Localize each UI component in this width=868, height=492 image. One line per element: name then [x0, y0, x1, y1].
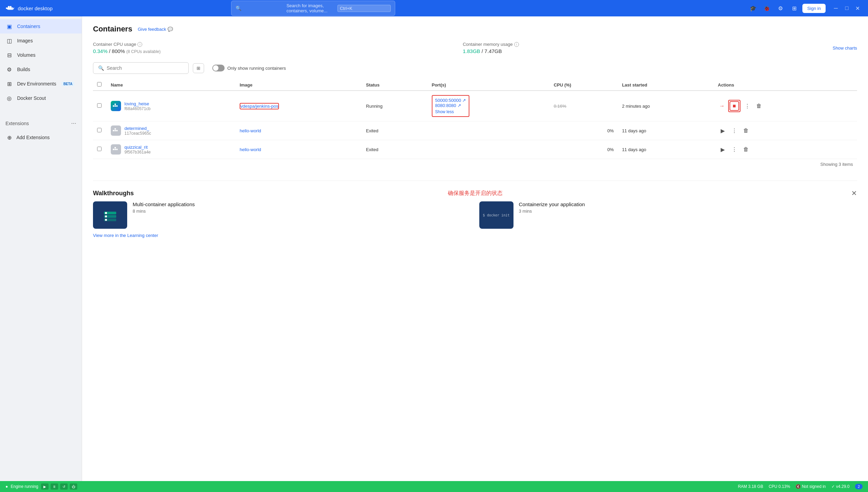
maximize-button[interactable]: □ — [842, 3, 852, 13]
row1-image-link[interactable]: vdespa/jenkins-pos — [240, 104, 278, 109]
version-label: v4.29.0 — [836, 484, 850, 489]
update-badge[interactable]: 2 — [855, 484, 863, 489]
row2-start-button[interactable]: ▶ — [718, 126, 727, 135]
card-title-multi: Multi-container applications — [133, 201, 195, 207]
col-status: Status — [362, 79, 428, 91]
card-duration-multi: 8 mins — [133, 209, 195, 214]
row1-more-button[interactable]: ⋮ — [743, 101, 752, 111]
extensions-label: Extensions — [5, 121, 29, 126]
mic-off-icon: 🔇 — [796, 484, 801, 489]
feedback-icon: 💬 — [168, 27, 173, 32]
row3-image-link[interactable]: hello-world — [240, 147, 261, 152]
row1-cpu: 0.16% — [554, 104, 566, 109]
card-duration-containerize: 3 mins — [519, 209, 585, 214]
cpu-info-icon[interactable]: i — [137, 42, 142, 47]
engine-pause-button[interactable]: ⏸ — [51, 483, 58, 490]
svg-rect-8 — [115, 104, 116, 105]
card-thumb-containerize: $ docker init — [479, 201, 513, 229]
statusbar-signed-out: 🔇 Not signed in — [796, 484, 826, 489]
docker-scout-icon: ◎ — [5, 94, 13, 102]
walkthrough-card-containerize: $ docker init Containerize your applicat… — [479, 201, 857, 229]
row2-more-button[interactable]: ⋮ — [730, 126, 739, 135]
select-all-checkbox[interactable] — [97, 82, 102, 87]
view-toggle-button[interactable]: ⊞ — [193, 63, 204, 73]
sidebar-item-containers[interactable]: ▣ Containers — [0, 19, 82, 34]
running-toggle[interactable] — [212, 65, 225, 71]
row2-delete-button[interactable]: 🗑 — [741, 126, 751, 135]
bug-icon[interactable]: 🐞 — [761, 3, 772, 14]
svg-rect-13 — [113, 149, 114, 150]
row1-port2[interactable]: 8080:8080 ↗ — [435, 103, 466, 108]
row3-checkbox[interactable] — [97, 147, 102, 151]
engine-status: ● Engine running ▶ ⏸ ↺ ⏻ — [5, 483, 77, 490]
row1-name[interactable]: loving_heise — [124, 101, 150, 106]
view-more-link[interactable]: View more in the Learning center — [93, 233, 857, 238]
row3-delete-button[interactable]: 🗑 — [741, 145, 751, 154]
feedback-link[interactable]: Give feedback 💬 — [138, 27, 173, 32]
engine-play-button[interactable]: ▶ — [41, 483, 49, 490]
sidebar-item-volumes[interactable]: ⊟ Volumes — [0, 48, 82, 62]
table-row: determined_ 117ceac5965c hello-world Exi… — [93, 121, 857, 140]
row1-delete-button[interactable]: 🗑 — [754, 101, 764, 111]
global-search[interactable]: 🔍 Search for images, containers, volume.… — [231, 1, 395, 16]
row1-stop-button[interactable]: ■ — [730, 101, 739, 111]
sidebar-item-containers-label: Containers — [17, 24, 40, 29]
sidebar-item-docker-scout[interactable]: ◎ Docker Scout — [0, 91, 82, 105]
settings-icon[interactable]: ⚙ — [775, 3, 786, 14]
close-walkthroughs-button[interactable]: ✕ — [851, 189, 857, 197]
titlebar-actions: 🎓 🐞 ⚙ ⊞ Sign in ─ □ ✕ — [748, 3, 863, 14]
arrow-annotation: → — [719, 103, 725, 109]
engine-restart-button[interactable]: ↺ — [60, 483, 68, 490]
show-less-button[interactable]: Show less — [435, 109, 466, 114]
memory-value: 1.83GB / 7.47GB — [463, 48, 586, 54]
sidebar-item-images[interactable]: ◫ Images — [0, 34, 82, 48]
svg-rect-7 — [116, 105, 118, 107]
show-charts-button[interactable]: Show charts — [832, 45, 857, 51]
minimize-button[interactable]: ─ — [831, 3, 841, 13]
row3-more-button[interactable]: ⋮ — [730, 145, 739, 154]
containers-table: Name Image Status Port(s) CPU (%) Last s… — [93, 79, 857, 159]
engine-stop-button[interactable]: ⏻ — [70, 483, 77, 490]
sidebar-item-docker-scout-label: Docker Scout — [17, 95, 46, 101]
svg-rect-12 — [115, 128, 116, 130]
window-controls: ─ □ ✕ — [831, 3, 863, 13]
row2-last-started: 11 days ago — [618, 121, 713, 140]
row2-name[interactable]: determined_ — [124, 126, 151, 131]
row2-checkbox[interactable] — [97, 128, 102, 132]
memory-info-icon[interactable]: i — [514, 42, 519, 47]
row2-image-link[interactable]: hello-world — [240, 128, 261, 133]
main-content: Containers Give feedback 💬 Container CPU… — [82, 16, 868, 481]
memory-highlight: 1.83GB — [463, 48, 480, 54]
search-input[interactable] — [107, 65, 184, 71]
search-bar[interactable]: 🔍 Search for images, containers, volume.… — [231, 1, 395, 16]
grid-icon[interactable]: ⊞ — [789, 3, 800, 14]
sidebar-item-builds[interactable]: ⚙ Builds — [0, 62, 82, 77]
row1-port1[interactable]: 50000:50000 ↗ — [435, 98, 466, 103]
svg-rect-3 — [8, 6, 10, 8]
titlebar: docker desktop 🔍 Search for images, cont… — [0, 0, 868, 16]
memory-stat: Container memory usage i 1.83GB / 7.47GB — [463, 42, 586, 54]
container-search[interactable]: 🔍 — [93, 62, 189, 74]
sidebar-item-volumes-label: Volumes — [17, 52, 36, 58]
learn-icon[interactable]: 🎓 — [748, 3, 759, 14]
engine-dot: ● — [5, 484, 8, 489]
sign-in-button[interactable]: Sign in — [802, 4, 826, 13]
table-row: quizzical_rit 9f567b361a4e hello-world E… — [93, 140, 857, 159]
add-extensions-item[interactable]: ⊕ Add Extensions — [0, 130, 82, 145]
row2-id: 117ceac5965c — [124, 131, 151, 136]
row1-checkbox[interactable] — [97, 103, 102, 108]
row3-actions: ▶ ⋮ 🗑 — [718, 145, 853, 154]
statusbar-cpu: CPU 0.13% — [769, 484, 790, 489]
dev-env-icon: ⊞ — [5, 80, 13, 88]
extensions-more-icon[interactable]: ··· — [71, 120, 76, 127]
row3-cpu: 0% — [607, 147, 614, 152]
search-shortcut: Ctrl+K — [337, 5, 390, 12]
close-button[interactable]: ✕ — [853, 3, 863, 13]
row3-name[interactable]: quizzical_rit — [124, 145, 151, 150]
row3-start-button[interactable]: ▶ — [718, 145, 727, 154]
engine-label: Engine running — [11, 484, 38, 489]
row3-status: Exited — [366, 147, 378, 152]
sidebar-item-dev-environments[interactable]: ⊞ Dev Environments BETA — [0, 77, 82, 91]
images-icon: ◫ — [5, 37, 13, 44]
cpu-note: (8 CPUs available) — [126, 49, 161, 54]
